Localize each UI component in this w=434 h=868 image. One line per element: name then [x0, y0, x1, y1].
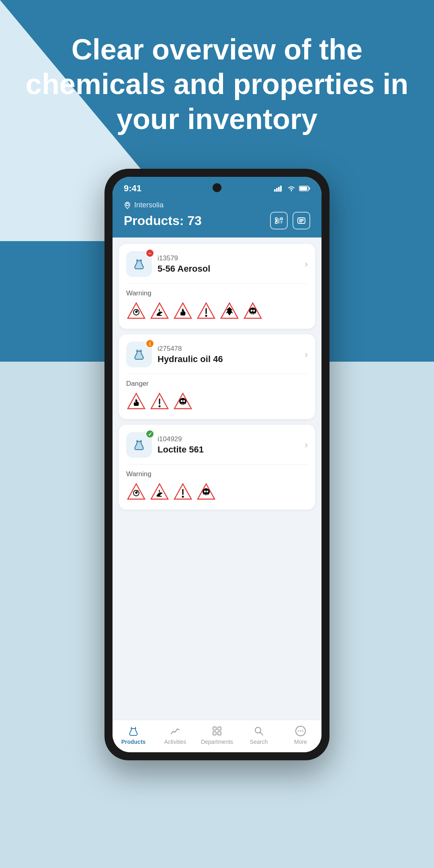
- phone-screen: 9:41: [113, 177, 321, 752]
- chevron-2: ›: [305, 349, 308, 360]
- svg-rect-3: [280, 186, 282, 192]
- hazard-exclamation-3: [173, 482, 193, 502]
- hazard-environment-3: [149, 482, 170, 502]
- svg-marker-44: [128, 484, 145, 499]
- header-action-icons: [270, 212, 310, 229]
- status-dot-3: ✓: [145, 430, 154, 438]
- product-info-3: i104929 Loctite 561: [158, 435, 299, 455]
- product-info-1: i13579 5-56 Aerosol: [158, 254, 299, 274]
- svg-point-40: [181, 400, 183, 402]
- nav-search-label: Search: [250, 739, 268, 745]
- hazard-icons-1: [126, 301, 308, 321]
- svg-rect-10: [275, 221, 277, 223]
- status-icons: [274, 185, 310, 192]
- battery-icon: [299, 186, 310, 191]
- product-name-2: Hydraulic oil 46: [158, 354, 299, 364]
- svg-rect-6: [309, 187, 310, 190]
- nav-activities[interactable]: Activities: [154, 725, 196, 745]
- location-row: Intersolia: [124, 201, 310, 209]
- nav-more-label: More: [294, 739, 307, 745]
- product-card-1[interactable]: − i13579 5-56 Aerosol › Warning: [119, 244, 315, 329]
- hazard-flame-circle-3: [126, 482, 146, 502]
- hero-title: Clear overview of the chemicals and prop…: [24, 32, 410, 136]
- hazard-skull-2: [173, 392, 193, 412]
- filter-button[interactable]: [293, 212, 310, 229]
- location-name: Intersolia: [134, 201, 164, 209]
- divider-2: [126, 374, 308, 374]
- chevron-3: ›: [305, 439, 308, 450]
- phone-mockup: 9:41: [104, 169, 330, 760]
- hazard-exclamation-2: [149, 392, 170, 412]
- svg-rect-1: [276, 188, 278, 192]
- product-card-2[interactable]: i i275478 Hydraulic oil 46 › Danger: [119, 334, 315, 419]
- hazard-icons-2: [126, 392, 308, 412]
- product-id-1: i13579: [158, 254, 299, 262]
- svg-marker-20: [128, 303, 145, 318]
- divider-1: [126, 283, 308, 284]
- hazard-level-3: Warning: [126, 470, 308, 478]
- svg-point-64: [300, 731, 301, 732]
- status-dot-2: i: [145, 339, 154, 348]
- svg-rect-9: [280, 218, 283, 220]
- hazard-skull-3: [196, 482, 216, 502]
- product-info-2: i275478 Hydraulic oil 46: [158, 345, 299, 364]
- product-card-3[interactable]: ✓ i104929 Loctite 561 › Warning: [119, 425, 315, 510]
- hazard-flame-circle: [126, 301, 146, 321]
- hazard-level-2: Danger: [126, 380, 308, 388]
- product-name-3: Loctite 561: [158, 444, 299, 455]
- product-name-1: 5-56 Aerosol: [158, 264, 299, 274]
- status-time: 9:41: [124, 183, 141, 194]
- hazard-flame-2: [126, 392, 146, 412]
- signal-icon: [274, 185, 284, 192]
- location-icon: [124, 202, 131, 209]
- header-title-row: Products: 73: [124, 212, 310, 229]
- svg-rect-2: [278, 187, 280, 192]
- hazard-flame: [173, 301, 193, 321]
- status-dot-1: −: [145, 249, 154, 258]
- svg-point-53: [207, 491, 209, 493]
- hazard-environment: [149, 301, 170, 321]
- chevron-1: ›: [305, 258, 308, 270]
- product-id-3: i104929: [158, 435, 299, 443]
- nav-activities-label: Activities: [164, 739, 186, 745]
- product-icon-1: −: [126, 251, 152, 277]
- scan-button[interactable]: [270, 212, 288, 229]
- nav-products-label: Products: [121, 739, 146, 745]
- hazard-explosion: [219, 301, 240, 321]
- svg-rect-5: [300, 187, 307, 190]
- svg-rect-0: [274, 189, 276, 192]
- svg-point-31: [253, 310, 255, 312]
- product-icon-3: ✓: [126, 432, 152, 458]
- product-row-1: − i13579 5-56 Aerosol ›: [126, 251, 308, 277]
- hazard-level-1: Warning: [126, 289, 308, 297]
- divider-3: [126, 464, 308, 465]
- product-list: − i13579 5-56 Aerosol › Warning: [113, 237, 321, 720]
- svg-point-37: [159, 405, 161, 407]
- hero-section: Clear overview of the chemicals and prop…: [0, 32, 434, 136]
- svg-point-7: [126, 203, 129, 206]
- wifi-icon: [287, 185, 296, 192]
- nav-more[interactable]: More: [280, 725, 321, 745]
- product-row-2: i i275478 Hydraulic oil 46 ›: [126, 342, 308, 367]
- svg-point-52: [204, 491, 206, 493]
- nav-search[interactable]: Search: [238, 725, 280, 745]
- svg-point-63: [298, 731, 299, 732]
- svg-rect-58: [213, 732, 216, 735]
- phone-body: 9:41: [104, 169, 330, 760]
- svg-point-41: [183, 400, 185, 402]
- product-row-3: ✓ i104929 Loctite 561 ›: [126, 432, 308, 458]
- svg-rect-8: [275, 218, 277, 220]
- svg-rect-57: [218, 727, 221, 730]
- svg-point-65: [302, 731, 303, 732]
- bottom-navigation: Products Activities: [113, 720, 321, 752]
- hazard-icons-3: [126, 482, 308, 502]
- nav-products[interactable]: Products: [113, 725, 154, 745]
- camera-notch: [213, 183, 221, 192]
- svg-point-26: [205, 315, 207, 317]
- hazard-skull: [243, 301, 263, 321]
- app-header: Intersolia Products: 73: [113, 197, 321, 237]
- svg-rect-56: [213, 727, 216, 730]
- svg-line-61: [260, 733, 263, 735]
- nav-departments-label: Departments: [201, 739, 233, 745]
- nav-departments[interactable]: Departments: [196, 725, 238, 745]
